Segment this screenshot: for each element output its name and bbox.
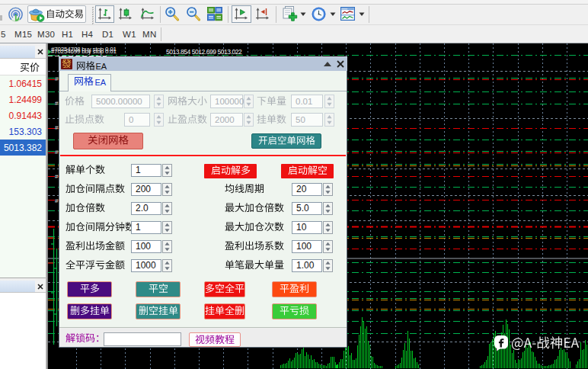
svg-text:#70254699 buy stop 0.01: #70254699 buy stop 0.01 [51,48,117,55]
svg-text:5013.854 5012.699 5013.022: 5013.854 5012.699 5013.022 [166,48,242,56]
